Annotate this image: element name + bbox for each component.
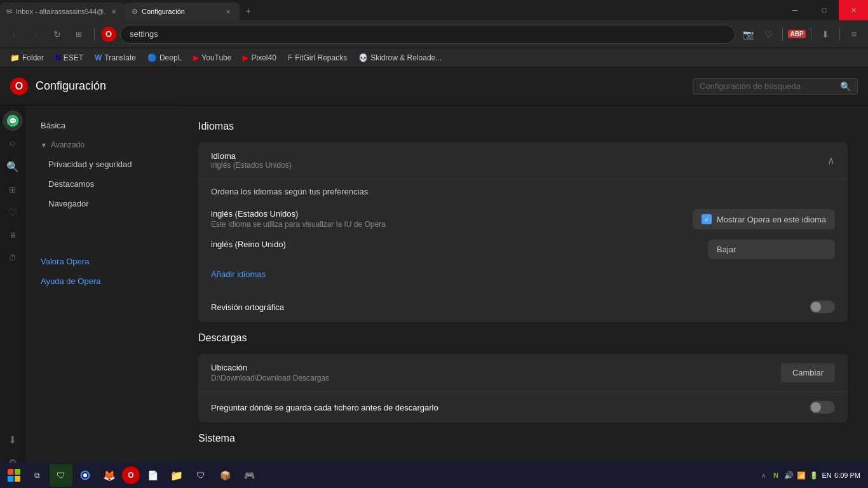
- tray-network[interactable]: 📶: [796, 470, 806, 480]
- skidrow-icon: 💀: [358, 53, 368, 62]
- heart-icon[interactable]: ♡: [759, 25, 777, 43]
- tray-nvidia[interactable]: N: [771, 470, 781, 480]
- spell-check-label: Revisión ortográfica: [211, 302, 810, 312]
- svg-rect-4: [8, 476, 13, 482]
- add-lang-button[interactable]: Añadir idiomas: [211, 264, 266, 284]
- tab-inbox-close[interactable]: ✕: [109, 6, 119, 17]
- address-input[interactable]: [120, 25, 735, 44]
- taskbar-explorer[interactable]: 📁: [165, 464, 188, 487]
- rail-favorites[interactable]: ♡: [3, 202, 23, 222]
- rail-search[interactable]: 🔍: [3, 156, 23, 177]
- svg-rect-5: [15, 476, 20, 482]
- bookmark-folder[interactable]: 📁 Folder: [5, 51, 49, 64]
- toolbar-icons: 📷 ♡ ABP ⬇ ≡: [739, 25, 863, 43]
- rail-snap[interactable]: ⊞: [3, 179, 23, 200]
- spell-check-toggle[interactable]: [810, 301, 835, 313]
- bookmark-translate[interactable]: W Translate: [90, 51, 141, 64]
- rail-history[interactable]: ⏱: [3, 248, 23, 268]
- idioma-header[interactable]: Idioma inglés (Estados Unidos) ∧: [198, 142, 848, 179]
- rail-player[interactable]: 🖥: [3, 225, 23, 245]
- divider-4: [839, 28, 840, 41]
- spell-check-row: Revisión ortográfica: [198, 292, 848, 322]
- rail-news[interactable]: ○: [3, 133, 23, 154]
- bookmark-deepl[interactable]: 🔵 DeepL: [142, 51, 187, 64]
- nav-destacamos[interactable]: Destacamos: [25, 174, 178, 194]
- close-button[interactable]: ✕: [839, 0, 868, 20]
- taskbar-app3[interactable]: 🎮: [238, 464, 261, 487]
- idioma-subtitle: inglés (Estados Unidos): [211, 161, 827, 170]
- rail-downloads[interactable]: ⬇: [3, 430, 23, 450]
- lang-list-label: Ordena los idiomas según tus preferencia…: [211, 187, 835, 196]
- rail-whatsapp[interactable]: 💬: [3, 111, 23, 131]
- bookmarks-bar: 📁 Folder N ESET W Translate 🔵 DeepL ▶ Yo…: [0, 48, 868, 67]
- taskbar-firefox[interactable]: 🦊: [98, 464, 121, 487]
- nav-basica[interactable]: Básica: [25, 116, 178, 135]
- lang-en-us-actions: ✓ Mostrar Opera en este idioma: [693, 209, 835, 229]
- search-settings-box[interactable]: 🔍: [693, 78, 858, 95]
- settings-nav: Básica ▼ Avanzado Privacidad y seguridad…: [25, 105, 178, 488]
- lang-item-en-us: inglés (Estados Unidos) Este idioma se u…: [211, 204, 835, 234]
- ask-location-toggle[interactable]: [810, 401, 835, 414]
- bookmark-skidrow[interactable]: 💀 Skidrow & Reloade...: [353, 51, 447, 64]
- window-controls: ─ □ ✕: [780, 0, 868, 20]
- opera-logo-small[interactable]: O: [101, 27, 116, 42]
- youtube-icon: ▶: [193, 53, 199, 62]
- nav-navegador[interactable]: Navegador: [25, 194, 178, 214]
- titlebar: ✉ Inbox - altairassassins544@... ✕ ⚙ Con…: [0, 0, 868, 20]
- menu-icon[interactable]: ≡: [845, 25, 863, 43]
- nav-privacidad[interactable]: Privacidad y seguridad: [25, 154, 178, 174]
- page-title: Configuración: [36, 79, 106, 93]
- ubicacion-row: Ubicación D:\Download\Download Descargas…: [198, 354, 848, 392]
- reload-button[interactable]: ↻: [48, 25, 66, 43]
- tab-settings[interactable]: ⚙ Configuración ✕: [125, 3, 240, 20]
- svg-text:💬: 💬: [9, 117, 17, 125]
- divider-3: [811, 28, 811, 41]
- taskbar-app2[interactable]: 📦: [214, 464, 236, 487]
- taskbar-app1[interactable]: 🛡: [189, 464, 212, 487]
- lang-en-us-checkbox[interactable]: ✓: [702, 214, 712, 224]
- tray-battery[interactable]: 🔋: [809, 470, 819, 480]
- forward-button[interactable]: ›: [27, 25, 44, 43]
- chevron-down-icon: ▼: [41, 142, 47, 149]
- tray-lang[interactable]: EN: [822, 470, 832, 480]
- tray-chevron[interactable]: ∧: [758, 470, 768, 480]
- ask-location-toggle-knob: [811, 402, 821, 412]
- taskbar-taskview[interactable]: ⧉: [25, 464, 48, 487]
- start-button[interactable]: [3, 464, 25, 487]
- taskbar-pdf[interactable]: 📄: [141, 464, 164, 487]
- bookmark-pixel40[interactable]: ▶ Pixel40: [238, 51, 281, 64]
- tab-settings-close[interactable]: ✕: [223, 6, 233, 17]
- taskbar-antivirus[interactable]: 🛡: [50, 464, 72, 487]
- settings-content: Idiomas Idioma inglés (Estados Unidos) ∧…: [178, 105, 868, 488]
- abp-button[interactable]: ABP: [788, 25, 806, 43]
- tray-speaker[interactable]: 🔊: [783, 470, 794, 480]
- lang-item-en-gb: inglés (Reino Unido) Bajar: [211, 234, 835, 264]
- taskbar-chrome[interactable]: [74, 464, 97, 487]
- nav-valora[interactable]: Valora Opera: [25, 252, 178, 271]
- download-icon[interactable]: ⬇: [817, 25, 834, 43]
- tab-settings-icon: ⚙: [132, 8, 138, 16]
- nav-avanzado[interactable]: ▼ Avanzado: [25, 135, 178, 154]
- camera-icon[interactable]: 📷: [739, 25, 757, 43]
- new-tab-button[interactable]: +: [240, 3, 257, 20]
- back-button[interactable]: ‹: [5, 25, 23, 43]
- bookmark-eset[interactable]: N ESET: [50, 51, 88, 64]
- minimize-button[interactable]: ─: [780, 0, 810, 20]
- cambiar-button[interactable]: Cambiar: [781, 363, 835, 383]
- folder-icon: 📁: [10, 53, 20, 62]
- tab-inbox[interactable]: ✉ Inbox - altairassassins544@... ✕: [0, 3, 125, 20]
- bookmark-fitgirl[interactable]: F FitGirl Repacks: [283, 51, 352, 64]
- lang-en-us-action-label: Mostrar Opera en este idioma: [717, 215, 826, 224]
- search-settings-input[interactable]: [700, 81, 840, 91]
- taskbar-opera[interactable]: O: [122, 466, 140, 484]
- bookmark-youtube[interactable]: ▶ YouTube: [188, 51, 236, 64]
- lang-en-gb-bajar[interactable]: Bajar: [717, 245, 736, 254]
- section-idiomas-title: Idiomas: [198, 121, 848, 132]
- lang-en-us-name: inglés (Estados Unidos): [211, 209, 685, 219]
- toggle-knob: [811, 302, 821, 312]
- maximize-button[interactable]: □: [810, 0, 839, 20]
- search-icon: 🔍: [840, 81, 851, 92]
- grid-button[interactable]: ⊞: [70, 25, 88, 43]
- ubicacion-path: D:\Download\Download Descargas: [211, 374, 781, 383]
- nav-ayuda[interactable]: Ayuda de Opera: [25, 271, 178, 291]
